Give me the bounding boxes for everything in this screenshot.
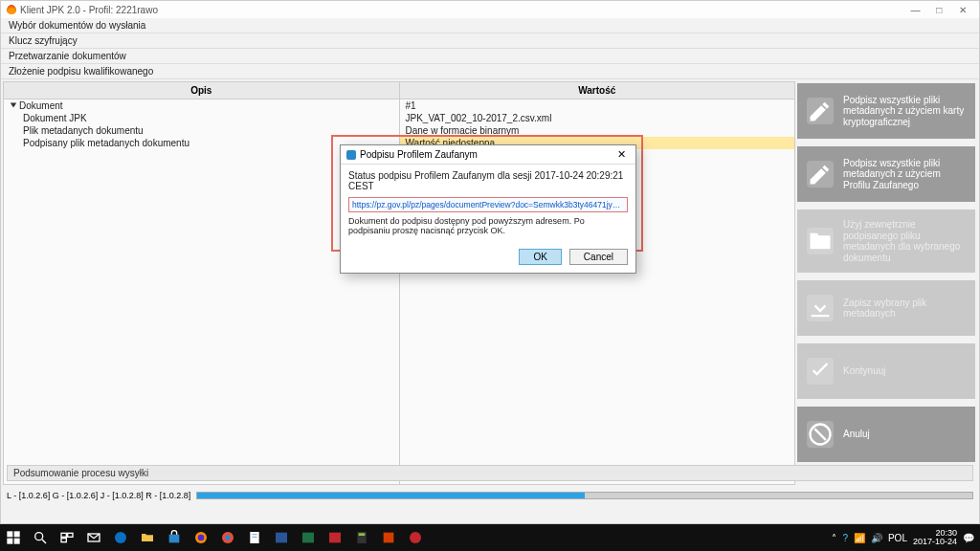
cancel-button[interactable]: Anuluj <box>797 407 975 462</box>
modal-trusted-profile: Podpisu Profilem Zaufanym ✕ Status podpi… <box>340 144 636 274</box>
table-row[interactable]: Dokument <box>4 99 399 112</box>
svg-rect-14 <box>169 535 180 543</box>
modal-url-field[interactable]: https://pz.gov.pl/pz/pages/documentPrevi… <box>348 197 628 212</box>
svg-rect-9 <box>61 533 66 537</box>
tray-clock[interactable]: 20:30 2017-10-24 <box>913 529 957 546</box>
pdf-icon[interactable] <box>322 524 348 551</box>
close-button[interactable]: ✕ <box>952 5 973 15</box>
use-external-signed-button: Użyj zewnętrznie podpisanego pliku metad… <box>797 209 975 273</box>
table-row[interactable]: Dokument JPK <box>4 112 399 124</box>
chrome-icon[interactable] <box>214 524 241 551</box>
app-window: Klient JPK 2.0 - Profil: 2221rawo — □ ✕ … <box>0 0 980 524</box>
svg-point-13 <box>115 532 126 543</box>
menu-item-select-docs[interactable]: Wybór dokumentów do wysłania <box>1 18 979 33</box>
menu-item-enc-key[interactable]: Klucz szyfrujący <box>1 33 979 49</box>
caret-down-icon[interactable] <box>10 100 19 111</box>
svg-rect-24 <box>329 533 341 543</box>
task-view-icon[interactable] <box>54 524 80 551</box>
sign-trusted-profile-button[interactable]: Podpisz wszystkie pliki metadanych z uży… <box>797 146 975 202</box>
svg-point-16 <box>198 535 205 541</box>
svg-rect-23 <box>302 533 314 543</box>
modal-titlebar: Podpisu Profilem Zaufanym ✕ <box>341 145 635 165</box>
modal-ok-button[interactable]: OK <box>519 249 561 265</box>
svg-marker-0 <box>11 103 16 108</box>
pen-icon <box>807 161 834 187</box>
svg-rect-22 <box>276 533 287 543</box>
row-label: Plik metadanych dokumentu <box>23 125 144 136</box>
svg-rect-3 <box>7 531 12 537</box>
svg-line-8 <box>42 540 46 543</box>
table-row[interactable]: Plik metadanych dokumentu <box>4 124 399 137</box>
table-row: Dane w formacie binarnym <box>400 124 795 137</box>
status-bar: L - [1.0.2.6] G - [1.0.2.6] J - [1.0.2.8… <box>7 491 973 500</box>
svg-point-18 <box>225 535 230 540</box>
search-icon[interactable] <box>27 524 54 551</box>
menu-item-qualified-sign[interactable]: Złożenie podpisu kwalifikowanego <box>1 64 979 79</box>
taskbar: ˄ ? 📶 🔊 POL 20:30 2017-10-24 💬 <box>0 524 980 551</box>
clock-date: 2017-10-24 <box>913 538 957 546</box>
edge-browser-icon[interactable] <box>107 524 134 551</box>
col-wartosc: Wartość <box>400 82 795 99</box>
row-value: #1 <box>406 100 416 111</box>
pen-icon <box>807 98 834 124</box>
modal-app-icon <box>346 150 356 160</box>
download-icon <box>807 295 834 321</box>
modal-cancel-button[interactable]: Cancel <box>569 249 628 265</box>
folder-icon <box>807 228 834 254</box>
tray-sound-icon[interactable]: 🔊 <box>871 533 882 543</box>
notepad-icon[interactable] <box>241 524 268 551</box>
modal-status-text: Status podpisu Profilem Zaufanym dla ses… <box>348 170 628 191</box>
row-label: Podpisany plik metadanych dokumentu <box>23 138 189 148</box>
firefox-icon[interactable] <box>188 524 214 551</box>
check-icon <box>807 358 834 385</box>
system-tray: ˄ ? 📶 🔊 POL 20:30 2017-10-24 💬 <box>832 529 980 546</box>
main-pane: Opis Wartość Dokument Dokument JPK Plik … <box>3 81 795 485</box>
tray-chevron-up-icon[interactable]: ˄ <box>832 533 836 543</box>
svg-rect-6 <box>14 539 20 544</box>
row-value: JPK_VAT_002_10-2017_2.csv.xml <box>406 113 552 123</box>
modal-title-text: Podpisu Profilem Zaufanym <box>360 149 478 160</box>
row-label: Dokument JPK <box>23 113 87 123</box>
sign-crypto-card-button[interactable]: Podpisz wszystkie pliki metadanych z uży… <box>797 83 975 139</box>
modal-instruction: Dokument do podpisu dostępny pod powyższ… <box>348 216 628 235</box>
svg-rect-27 <box>384 533 394 543</box>
file-explorer-icon[interactable] <box>134 524 161 551</box>
continue-button: Kontynuuj <box>797 343 975 399</box>
table-row: #1 <box>400 99 795 112</box>
window-controls: — □ ✕ <box>904 5 973 15</box>
maximize-button[interactable]: □ <box>928 5 949 15</box>
tray-help-icon[interactable]: ? <box>842 533 848 543</box>
calculator-icon[interactable] <box>348 524 375 551</box>
start-button[interactable] <box>0 524 27 551</box>
app2-icon[interactable] <box>402 524 429 551</box>
status-text: L - [1.0.2.6] G - [1.0.2.6] J - [1.0.2.8… <box>7 491 190 500</box>
col-opis: Opis <box>4 82 400 99</box>
menu-item-processing[interactable]: Przetwarzanie dokumentów <box>1 49 979 64</box>
button-label: Anuluj <box>843 429 870 440</box>
table-header: Opis Wartość <box>4 82 794 99</box>
app-icon <box>7 5 16 14</box>
summary-bar[interactable]: Podsumowanie procesu wysyłki <box>7 465 973 481</box>
mail-app-icon[interactable] <box>80 524 107 551</box>
svg-rect-4 <box>14 531 20 537</box>
svg-point-7 <box>35 533 43 540</box>
button-label: Użyj zewnętrznie podpisanego pliku metad… <box>843 219 966 263</box>
app1-icon[interactable] <box>375 524 402 551</box>
minimize-button[interactable]: — <box>904 5 925 15</box>
sidebar: Podpisz wszystkie pliki metadanych z uży… <box>797 79 979 487</box>
tray-notifications-icon[interactable]: 💬 <box>963 533 974 543</box>
store-icon[interactable] <box>161 524 188 551</box>
svg-rect-10 <box>68 533 73 537</box>
button-label: Kontynuuj <box>843 365 885 377</box>
button-label: Podpisz wszystkie pliki metadanych z uży… <box>843 158 966 191</box>
window-title: Klient JPK 2.0 - Profil: 2221rawo <box>20 5 158 15</box>
modal-close-button[interactable]: ✕ <box>613 148 630 161</box>
svg-rect-5 <box>7 539 12 544</box>
excel-icon[interactable] <box>295 524 322 551</box>
cancel-icon <box>807 421 834 448</box>
tray-network-icon[interactable]: 📶 <box>854 533 865 543</box>
button-label: Podpisz wszystkie pliki metadanych z uży… <box>843 95 966 128</box>
tray-lang[interactable]: POL <box>888 533 907 543</box>
word-icon[interactable] <box>268 524 295 551</box>
svg-rect-19 <box>250 532 258 543</box>
